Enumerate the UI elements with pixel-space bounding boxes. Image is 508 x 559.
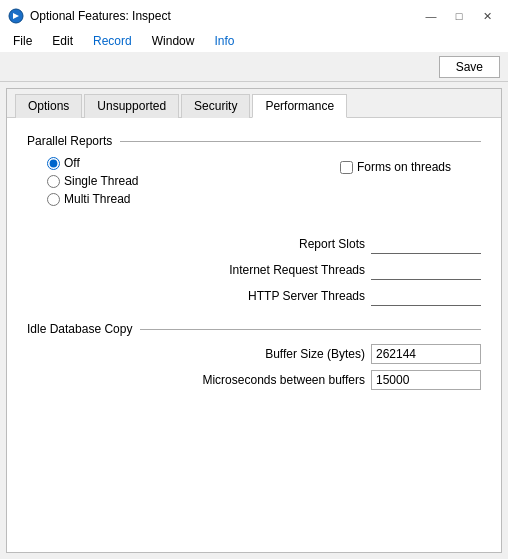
panel-content: Parallel Reports Off Single Thread [7, 118, 501, 552]
tabs-bar: Options Unsupported Security Performance [7, 89, 501, 118]
buffer-size-label: Buffer Size (Bytes) [205, 347, 365, 361]
tab-options[interactable]: Options [15, 94, 82, 118]
radio-multi-row: Multi Thread [47, 192, 139, 206]
parallel-reports-header: Parallel Reports [27, 134, 481, 148]
parallel-reports-divider [120, 141, 481, 142]
radio-off[interactable] [47, 157, 60, 170]
idle-database-section: Idle Database Copy Buffer Size (Bytes) M… [27, 322, 481, 390]
idle-database-divider [140, 329, 481, 330]
menu-file[interactable]: File [4, 31, 41, 51]
forms-on-threads-checkbox[interactable] [340, 161, 353, 174]
maximize-button[interactable]: □ [446, 6, 472, 26]
buffer-size-row: Buffer Size (Bytes) [27, 344, 481, 364]
http-server-threads-input[interactable] [371, 286, 481, 306]
minimize-button[interactable]: — [418, 6, 444, 26]
parallel-reports-radio-group: Off Single Thread Multi Thread [47, 156, 139, 210]
radio-off-label: Off [64, 156, 80, 170]
report-slots-row: Report Slots [27, 234, 481, 254]
app-icon [8, 8, 24, 24]
radio-multi-label: Multi Thread [64, 192, 130, 206]
microseconds-label: Microseconds between buffers [202, 373, 365, 387]
radio-multi-thread[interactable] [47, 193, 60, 206]
window-title: Optional Features: Inspect [30, 9, 171, 23]
report-slots-input[interactable] [371, 234, 481, 254]
radio-single-label: Single Thread [64, 174, 139, 188]
http-server-threads-row: HTTP Server Threads [27, 286, 481, 306]
main-window: Optional Features: Inspect — □ ✕ File Ed… [0, 0, 508, 559]
forms-on-threads-label: Forms on threads [357, 160, 451, 174]
title-bar: Optional Features: Inspect — □ ✕ [0, 0, 508, 30]
tab-security[interactable]: Security [181, 94, 250, 118]
parallel-reports-title: Parallel Reports [27, 134, 112, 148]
microseconds-row: Microseconds between buffers [27, 370, 481, 390]
buffer-size-input[interactable] [371, 344, 481, 364]
http-server-threads-label: HTTP Server Threads [205, 289, 365, 303]
report-slots-label: Report Slots [205, 237, 365, 251]
radio-off-row: Off [47, 156, 139, 170]
tab-unsupported[interactable]: Unsupported [84, 94, 179, 118]
internet-request-threads-label: Internet Request Threads [205, 263, 365, 277]
window-controls: — □ ✕ [418, 6, 500, 26]
idle-database-title: Idle Database Copy [27, 322, 132, 336]
microseconds-input[interactable] [371, 370, 481, 390]
inner-content: Options Unsupported Security Performance… [6, 88, 502, 553]
form-fields: Report Slots Internet Request Threads HT… [27, 234, 481, 306]
radio-single-thread[interactable] [47, 175, 60, 188]
internet-request-threads-row: Internet Request Threads [27, 260, 481, 280]
menu-record[interactable]: Record [84, 31, 141, 51]
menu-info[interactable]: Info [205, 31, 243, 51]
close-button[interactable]: ✕ [474, 6, 500, 26]
idle-database-header: Idle Database Copy [27, 322, 481, 336]
forms-on-threads-row: Forms on threads [340, 160, 451, 174]
menu-bar: File Edit Record Window Info [0, 30, 508, 52]
radio-single-row: Single Thread [47, 174, 139, 188]
tab-performance[interactable]: Performance [252, 94, 347, 118]
parallel-reports-row: Off Single Thread Multi Thread Forms on … [27, 156, 481, 222]
save-button[interactable]: Save [439, 56, 500, 78]
idle-database-fields: Buffer Size (Bytes) Microseconds between… [27, 344, 481, 390]
title-left: Optional Features: Inspect [8, 8, 171, 24]
internet-request-threads-input[interactable] [371, 260, 481, 280]
menu-edit[interactable]: Edit [43, 31, 82, 51]
menu-window[interactable]: Window [143, 31, 204, 51]
toolbar: Save [0, 52, 508, 82]
